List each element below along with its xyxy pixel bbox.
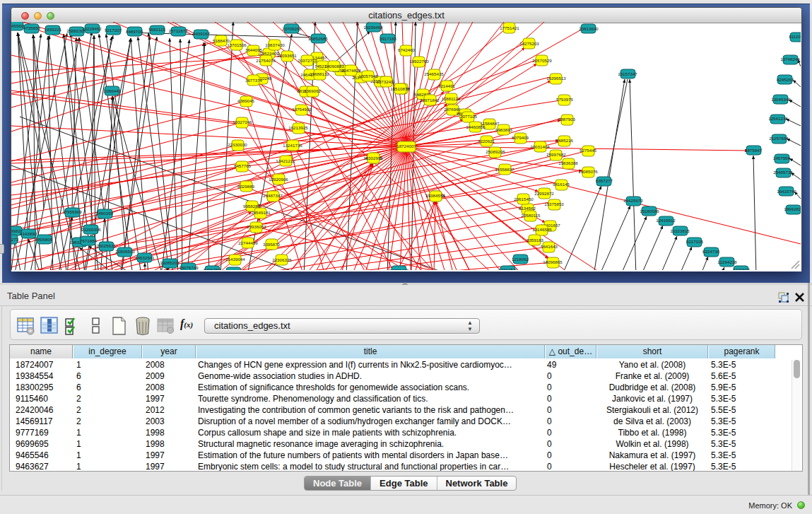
svg-text:9983893: 9983893 xyxy=(495,127,513,132)
svg-text:12920906: 12920906 xyxy=(269,177,288,182)
svg-text:10057945: 10057945 xyxy=(358,74,378,78)
svg-text:20772475: 20772475 xyxy=(389,268,409,273)
svg-text:16415740: 16415740 xyxy=(777,189,796,194)
svg-text:3220921: 3220921 xyxy=(478,139,495,144)
svg-text:3395870: 3395870 xyxy=(263,242,281,247)
svg-text:13146585: 13146585 xyxy=(532,227,552,232)
svg-text:1890399: 1890399 xyxy=(96,211,114,216)
svg-text:18302995: 18302995 xyxy=(363,156,383,160)
svg-text:18992829: 18992829 xyxy=(784,206,804,211)
svg-text:17956909: 17956909 xyxy=(62,209,82,214)
svg-text:19085076: 19085076 xyxy=(578,169,598,174)
svg-text:8369062: 8369062 xyxy=(304,88,322,93)
svg-text:16213925: 16213925 xyxy=(288,125,308,130)
svg-text:23706266: 23706266 xyxy=(282,26,302,31)
svg-text:4143890: 4143890 xyxy=(20,231,37,236)
svg-text:22570529: 22570529 xyxy=(532,58,552,63)
svg-text:4429607: 4429607 xyxy=(733,267,751,272)
svg-text:22806503: 22806503 xyxy=(115,249,135,254)
svg-text:9214491: 9214491 xyxy=(438,83,456,88)
svg-text:8134562: 8134562 xyxy=(519,206,536,211)
svg-text:8396759: 8396759 xyxy=(204,267,221,272)
svg-text:21754078: 21754078 xyxy=(256,58,276,63)
svg-text:12294238: 12294238 xyxy=(717,259,737,264)
svg-text:13045349: 13045349 xyxy=(771,97,791,102)
svg-text:24425670: 24425670 xyxy=(623,198,643,203)
svg-text:6217026: 6217026 xyxy=(686,239,704,244)
svg-text:25852685: 25852685 xyxy=(308,36,328,41)
svg-text:4439167: 4439167 xyxy=(193,31,211,36)
svg-text:20372723: 20372723 xyxy=(298,58,317,63)
svg-text:3917183: 3917183 xyxy=(379,36,397,41)
svg-text:14460856: 14460856 xyxy=(466,124,486,129)
svg-text:22306335: 22306335 xyxy=(272,257,292,262)
svg-text:11558837: 11558837 xyxy=(495,167,514,172)
svg-text:18922760: 18922760 xyxy=(409,59,429,64)
svg-text:10334531: 10334531 xyxy=(498,267,518,272)
svg-text:25089205: 25089205 xyxy=(486,149,505,154)
svg-text:5685216: 5685216 xyxy=(556,138,574,143)
svg-text:6457765: 6457765 xyxy=(234,163,252,168)
svg-text:12541238: 12541238 xyxy=(768,116,788,121)
svg-text:25465435: 25465435 xyxy=(424,71,444,76)
svg-text:4245263: 4245263 xyxy=(777,77,794,82)
svg-text:16396513: 16396513 xyxy=(546,76,566,81)
svg-text:8489709: 8489709 xyxy=(126,29,143,34)
svg-text:22330030: 22330030 xyxy=(228,142,247,147)
svg-text:15157347: 15157347 xyxy=(618,71,637,76)
svg-text:11881122: 11881122 xyxy=(442,96,461,101)
svg-text:18724007: 18724007 xyxy=(396,144,416,148)
svg-text:22744459: 22744459 xyxy=(238,240,258,245)
svg-text:24549181: 24549181 xyxy=(251,210,271,215)
svg-text:13754919: 13754919 xyxy=(292,107,312,112)
svg-text:19688132: 19688132 xyxy=(310,71,329,76)
svg-text:12416912: 12416912 xyxy=(656,218,676,223)
svg-text:13421212: 13421212 xyxy=(276,158,295,163)
svg-text:25485735: 25485735 xyxy=(773,170,793,175)
svg-text:6742460: 6742460 xyxy=(398,47,416,52)
svg-text:8029889: 8029889 xyxy=(237,184,255,189)
svg-text:4112034: 4112034 xyxy=(789,34,806,39)
svg-text:8224730: 8224730 xyxy=(702,249,720,254)
svg-text:16072954: 16072954 xyxy=(224,269,244,274)
svg-text:23971842: 23971842 xyxy=(420,98,440,103)
svg-text:4389045: 4389045 xyxy=(237,98,255,103)
svg-text:19836388: 19836388 xyxy=(558,160,578,165)
svg-text:19285201: 19285201 xyxy=(160,260,180,265)
svg-text:9887903: 9887903 xyxy=(558,117,576,122)
svg-text:10323815: 10323815 xyxy=(670,228,690,233)
svg-text:25711873: 25711873 xyxy=(168,28,188,33)
svg-text:14275203: 14275203 xyxy=(519,41,539,46)
svg-text:22474828: 22474828 xyxy=(341,68,361,73)
svg-text:21200396: 21200396 xyxy=(81,227,101,232)
svg-text:3677374: 3677374 xyxy=(245,78,263,83)
svg-text:8359183: 8359183 xyxy=(526,238,544,243)
svg-text:10228452: 10228452 xyxy=(82,26,102,31)
svg-text:5793975: 5793975 xyxy=(556,97,574,102)
svg-text:20580115: 20580115 xyxy=(521,213,541,218)
svg-text:2066449: 2066449 xyxy=(104,88,122,93)
svg-text:10837430: 10837430 xyxy=(265,42,285,47)
svg-text:22992872: 22992872 xyxy=(534,191,554,196)
svg-text:23936053: 23936053 xyxy=(247,224,266,229)
svg-text:1218062: 1218062 xyxy=(512,257,529,262)
svg-text:9275445: 9275445 xyxy=(579,148,597,153)
svg-text:21439044: 21439044 xyxy=(225,257,245,262)
svg-text:5641643: 5641643 xyxy=(541,244,558,249)
svg-text:13241736: 13241736 xyxy=(283,143,302,148)
svg-text:8336273: 8336273 xyxy=(1,237,19,242)
svg-text:25025631: 25025631 xyxy=(96,243,116,248)
svg-text:13701506: 13701506 xyxy=(227,42,247,47)
svg-text:24532561: 24532561 xyxy=(135,255,155,260)
svg-text:13732411: 13732411 xyxy=(376,79,396,84)
svg-text:7671884: 7671884 xyxy=(80,238,98,243)
svg-text:18096865: 18096865 xyxy=(543,259,563,264)
svg-text:22093651: 22093651 xyxy=(277,53,297,58)
svg-text:19299464: 19299464 xyxy=(363,25,383,30)
svg-text:20031404: 20031404 xyxy=(530,144,550,149)
svg-text:25997682: 25997682 xyxy=(546,152,566,157)
svg-text:9816145: 9816145 xyxy=(553,182,570,187)
svg-text:21257684: 21257684 xyxy=(769,136,789,141)
svg-text:15076749: 15076749 xyxy=(179,265,199,270)
svg-text:16510878: 16510878 xyxy=(390,86,410,91)
